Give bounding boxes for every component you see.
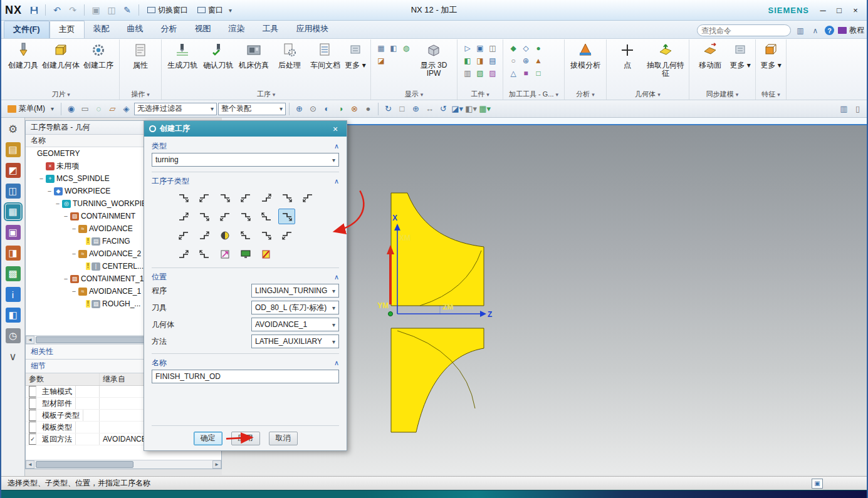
ribbon-options-icon[interactable]: ▥	[795, 25, 806, 36]
snap-point-icon[interactable]: ⊕	[293, 102, 306, 115]
subtype-icon-r1c7[interactable]	[299, 190, 316, 205]
ribbon-button-generate-toolpath[interactable]: 生成刀轨	[165, 40, 200, 70]
menu-button[interactable]: 菜单(M) ▾	[4, 102, 58, 115]
scroll-right-icon[interactable]: ►	[212, 460, 221, 469]
ribbon-group-label[interactable]: 刀片 ▾	[6, 90, 116, 100]
end-point-icon[interactable]: ⊙	[306, 102, 320, 115]
tab-应用模块[interactable]: 应用模块	[288, 21, 338, 38]
frame-icon[interactable]: ○	[508, 55, 519, 66]
subtype-icon-r1c6[interactable]	[278, 190, 295, 205]
type-section-header[interactable]: 类型∧	[152, 139, 339, 153]
tab-曲线[interactable]: 曲线	[118, 21, 152, 38]
ribbon-button-postprocess[interactable]: 后处理	[272, 40, 307, 70]
dialog-button-取消[interactable]: 取消	[269, 432, 298, 445]
window-menu-button[interactable]: 窗口 ▾	[194, 4, 236, 17]
redo-icon[interactable]: ↷	[66, 3, 80, 17]
ribbon-button-draft-analysis[interactable]: 拔模分析	[568, 40, 603, 70]
ribbon-button-show-3d-ipw[interactable]: 显示 3D IPW	[414, 40, 454, 78]
machine-tool-navigator-icon[interactable]: ▣	[6, 225, 21, 240]
subtype-icon-r2c3[interactable]	[216, 209, 233, 224]
expand-toggle-icon[interactable]: −	[70, 250, 78, 257]
ribbon-button-machine-simulation[interactable]: 机床仿真	[236, 40, 271, 70]
selection-filter-dropdown[interactable]: 无选择过滤器▾	[134, 103, 217, 115]
related-select-icon[interactable]: ◈	[120, 102, 133, 115]
part-navigator-icon[interactable]: ◫	[6, 184, 21, 199]
checked-checkbox[interactable]: ✓	[29, 433, 36, 445]
ribbon-group-label[interactable]: 几何体 ▾	[610, 90, 686, 100]
maximize-button[interactable]: □	[832, 4, 847, 16]
subtype-icon-r1c2[interactable]	[196, 190, 212, 205]
subtype-icon-r3c1[interactable]	[175, 227, 192, 243]
tool-display-icon[interactable]: ◇	[520, 43, 531, 54]
status-panel-icon[interactable]: ▣	[812, 479, 823, 489]
subtype-icon-r1c4[interactable]	[237, 190, 254, 205]
subtype-icon-r1c3[interactable]	[216, 190, 233, 205]
subtype-icon-r2c5[interactable]	[258, 209, 275, 224]
ribbon-group-label[interactable]: 同步建模 ▾	[693, 90, 752, 100]
dialog-close-icon[interactable]: ×	[329, 124, 342, 134]
ribbon-button-more[interactable]: 更多 ▾	[343, 40, 367, 70]
operation-name-input[interactable]	[152, 370, 339, 383]
dialog-button-应用[interactable]: 应用	[231, 432, 260, 445]
part-geometry-icon[interactable]: ▤	[487, 55, 498, 66]
dialog-titlebar[interactable]: 创建工序 ×	[144, 121, 347, 137]
subtype-icon-r2c2[interactable]	[196, 209, 212, 224]
expand-toggle-icon[interactable]: −	[38, 175, 45, 182]
notebook-icon[interactable]: ▥	[837, 102, 850, 115]
unchecked-checkbox[interactable]	[29, 410, 36, 421]
rectangle-select-icon[interactable]: ▭	[78, 102, 92, 115]
gouge-check-icon[interactable]: △	[508, 68, 519, 79]
ribbon-button-shop-docs[interactable]: 车间文档	[308, 40, 343, 70]
name-section-header[interactable]: 名称∧	[152, 356, 339, 370]
expand-toggle-icon[interactable]: −	[62, 212, 70, 220]
constraint-navigator-icon[interactable]: ◩	[6, 163, 21, 178]
show-hide-icon[interactable]: ◧	[388, 43, 399, 54]
ribbon-button-create-geometry[interactable]: 创建几何体	[41, 40, 80, 70]
unchecked-checkbox[interactable]	[29, 422, 36, 433]
paste-icon[interactable]: ▣	[89, 3, 103, 17]
subtype-icon-r2c1[interactable]	[175, 209, 192, 224]
intersection-point-icon[interactable]: ⊗	[348, 102, 361, 115]
workpiece-display-icon[interactable]: ◫	[487, 43, 498, 54]
ribbon-button-more[interactable]: 更多 ▾	[728, 40, 752, 70]
arc-center-icon[interactable]: ●	[362, 102, 375, 115]
rotate-view-icon[interactable]: ↺	[437, 102, 450, 115]
details-horizontal-scrollbar[interactable]: ◄ ►	[26, 460, 221, 469]
subtype-icon-r2c6[interactable]	[278, 209, 295, 224]
expand-toggle-icon[interactable]: −	[46, 187, 53, 195]
tab-工具[interactable]: 工具	[254, 21, 288, 38]
details-column-header[interactable]: 参数	[26, 373, 100, 385]
ipw-display-icon[interactable]: ▣	[474, 43, 486, 54]
ribbon-group-label[interactable]: 分析 ▾	[568, 90, 603, 100]
ribbon-button-move-face[interactable]: 移动面	[693, 40, 728, 70]
grinding-tool-icon[interactable]: ◆	[508, 43, 519, 54]
expand-toggle-icon[interactable]: −	[70, 225, 78, 232]
subtype-icon-r1c5[interactable]	[258, 190, 275, 205]
simulate-icon[interactable]: ▲	[533, 55, 544, 66]
ribbon-button-create-tool[interactable]: 创建刀具	[6, 40, 41, 70]
assembly-navigator-icon[interactable]: ▤	[6, 142, 21, 157]
edit-display-icon[interactable]: ◍	[400, 43, 412, 54]
刀具-dropdown[interactable]: OD_80_L (车刀-标准)▾	[251, 301, 339, 314]
save-icon[interactable]	[27, 3, 41, 17]
boundary-geometry-icon[interactable]: ◧	[462, 55, 473, 66]
type-dropdown[interactable]: turning▾	[152, 153, 339, 167]
subtype-icon-r3c6[interactable]	[278, 227, 295, 243]
ribbon-button-verify-toolpath[interactable]: 确认刀轨	[201, 40, 236, 70]
undo-icon[interactable]: ↶	[50, 3, 64, 17]
machine-view-icon[interactable]: ●	[533, 43, 544, 54]
subtype-icon-r3c5[interactable]	[258, 227, 275, 243]
highlight-select-icon[interactable]: ▱	[106, 102, 119, 115]
tutorial-button[interactable]: 教程	[838, 25, 864, 36]
tab-主页[interactable]: 主页	[50, 21, 85, 38]
coordinate-icon[interactable]: ⊕	[520, 55, 531, 66]
tab-渲染[interactable]: 渲染	[220, 21, 254, 38]
ribbon-button-feature-box[interactable]: 更多 ▾	[759, 40, 783, 70]
hd3d-tools-icon[interactable]: i	[6, 287, 21, 302]
control-point-icon[interactable]: ◑	[334, 102, 347, 115]
template-palette-icon[interactable]: ▩	[6, 266, 21, 281]
select-tool-icon[interactable]: ◉	[65, 102, 78, 115]
process-assistant-icon[interactable]: ◨	[6, 246, 21, 261]
check-geometry-icon[interactable]: ▥	[462, 68, 473, 79]
ribbon-button-extract-geometry[interactable]: 抽取几何特征	[646, 40, 686, 78]
